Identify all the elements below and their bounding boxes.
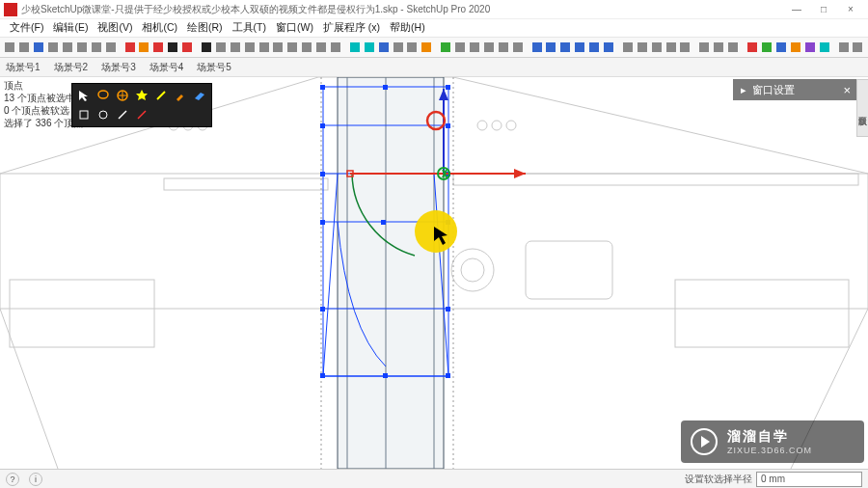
- axis-blue-icon[interactable]: [775, 40, 788, 55]
- style2-icon[interactable]: [138, 40, 150, 55]
- shade-mono-icon[interactable]: [679, 40, 692, 55]
- move-icon[interactable]: [301, 40, 313, 55]
- previous-icon[interactable]: [497, 40, 509, 55]
- axes-icon[interactable]: [377, 40, 390, 55]
- shadows-icon[interactable]: [727, 40, 740, 55]
- pan-icon[interactable]: [454, 40, 467, 55]
- tape-icon[interactable]: [348, 40, 361, 55]
- iso-icon[interactable]: [530, 40, 543, 55]
- arc-icon[interactable]: [243, 40, 256, 55]
- left-icon[interactable]: [603, 40, 615, 55]
- extra2-icon[interactable]: [803, 40, 816, 55]
- tray-expand-icon[interactable]: ▸: [741, 84, 746, 96]
- menu-draw[interactable]: 绘图(R): [183, 21, 227, 35]
- scene-tab-4[interactable]: 场景号4: [149, 61, 184, 74]
- camera-icon[interactable]: [167, 40, 179, 55]
- protractor-icon[interactable]: [363, 40, 375, 55]
- zoom-extents-icon[interactable]: [482, 40, 495, 55]
- vt-blank3[interactable]: [191, 106, 208, 123]
- top-icon[interactable]: [545, 40, 557, 55]
- menu-help[interactable]: 帮助(H): [386, 21, 429, 35]
- menu-file[interactable]: 文件(F): [6, 21, 47, 35]
- front-icon[interactable]: [559, 40, 572, 55]
- style1-icon[interactable]: [123, 40, 136, 55]
- axis-red-icon[interactable]: [746, 40, 759, 55]
- zoom-icon[interactable]: [469, 40, 481, 55]
- fog-icon[interactable]: [713, 40, 725, 55]
- poly-icon[interactable]: [272, 40, 285, 55]
- line-icon[interactable]: [229, 40, 241, 55]
- camera2-icon[interactable]: [181, 40, 194, 55]
- vt-blank1[interactable]: [152, 106, 170, 123]
- section-icon[interactable]: [420, 40, 433, 55]
- credits-icon[interactable]: i: [29, 473, 42, 486]
- menu-tools[interactable]: 工具(T): [229, 21, 270, 35]
- back-icon[interactable]: [588, 40, 601, 55]
- vt-blank2[interactable]: [172, 106, 189, 123]
- right-icon[interactable]: [574, 40, 586, 55]
- rect-icon[interactable]: [214, 40, 227, 55]
- minimize-button[interactable]: —: [783, 1, 810, 18]
- maximize-button[interactable]: □: [810, 1, 837, 18]
- next-icon[interactable]: [511, 40, 524, 55]
- scene-tab-2[interactable]: 场景号2: [54, 61, 89, 74]
- menu-camera[interactable]: 相机(C): [138, 21, 181, 35]
- vertex-toolbar[interactable]: [71, 83, 212, 127]
- shade-texture-icon[interactable]: [665, 40, 677, 55]
- axis-green-icon[interactable]: [761, 40, 773, 55]
- svg-rect-35: [381, 220, 386, 225]
- redo-icon[interactable]: [104, 40, 117, 55]
- geo-location-icon[interactable]: ?: [6, 473, 19, 486]
- save-icon[interactable]: [33, 40, 45, 55]
- xray-icon[interactable]: [698, 40, 711, 55]
- orbit-icon[interactable]: [440, 40, 452, 55]
- close-window-button[interactable]: ×: [837, 1, 864, 18]
- svg-point-50: [99, 111, 107, 119]
- extra1-icon[interactable]: [789, 40, 801, 55]
- shade-wire-icon[interactable]: [622, 40, 635, 55]
- extra3-icon[interactable]: [818, 40, 830, 55]
- vt-lasso-icon[interactable]: [95, 87, 112, 104]
- scene-tab-1[interactable]: 场景号1: [6, 61, 41, 74]
- scale-icon[interactable]: [329, 40, 341, 55]
- menu-extensions[interactable]: 扩展程序 (x): [319, 21, 384, 35]
- shade-hidden-icon[interactable]: [636, 40, 648, 55]
- vt-brush-icon[interactable]: [172, 87, 189, 104]
- offset-icon[interactable]: [286, 40, 299, 55]
- new-icon[interactable]: [4, 40, 16, 55]
- vt-slash-red-icon[interactable]: [133, 106, 150, 123]
- info-icon[interactable]: [852, 40, 864, 55]
- select-icon[interactable]: [201, 40, 213, 55]
- tray-header[interactable]: ▸ 窗口设置 ×: [733, 79, 858, 100]
- vt-slash-icon[interactable]: [114, 106, 131, 123]
- tray-tab[interactable]: 默认面板: [856, 79, 868, 137]
- menu-window[interactable]: 窗口(W): [272, 21, 317, 35]
- vt-pointer-icon[interactable]: [75, 87, 93, 104]
- menu-view[interactable]: 视图(V): [94, 21, 136, 35]
- circle-icon[interactable]: [258, 40, 270, 55]
- copy-icon[interactable]: [62, 40, 74, 55]
- undo-icon[interactable]: [90, 40, 102, 55]
- help-icon[interactable]: [837, 40, 850, 55]
- measurement-input[interactable]: 0 mm: [756, 472, 862, 487]
- vt-plane-icon[interactable]: [191, 87, 208, 104]
- open-icon[interactable]: [18, 40, 31, 55]
- menu-edit[interactable]: 编辑(E): [49, 21, 92, 35]
- vt-star-icon[interactable]: [133, 87, 150, 104]
- paste-icon[interactable]: [75, 40, 88, 55]
- vt-gizmo-icon[interactable]: [114, 87, 131, 104]
- dimension-icon[interactable]: [392, 40, 404, 55]
- scene-tab-5[interactable]: 场景号5: [197, 61, 231, 74]
- scene-tab-3[interactable]: 场景号3: [101, 61, 136, 74]
- text-icon[interactable]: [406, 40, 419, 55]
- rotate-icon[interactable]: [315, 40, 328, 55]
- viewport[interactable]: 顶点 13 个顶点被选中 0 个顶点被软选 选择了 336 个顶点 ▸ 窗口设置: [0, 77, 868, 469]
- vt-wand-icon[interactable]: [152, 87, 170, 104]
- shade-shaded-icon[interactable]: [650, 40, 663, 55]
- vt-box-icon[interactable]: [75, 106, 93, 123]
- tray-close-icon[interactable]: ×: [843, 83, 851, 97]
- model-canvas[interactable]: [0, 77, 868, 469]
- vt-circle-icon[interactable]: [95, 106, 112, 123]
- cut-icon[interactable]: [47, 40, 60, 55]
- style3-icon[interactable]: [152, 40, 165, 55]
